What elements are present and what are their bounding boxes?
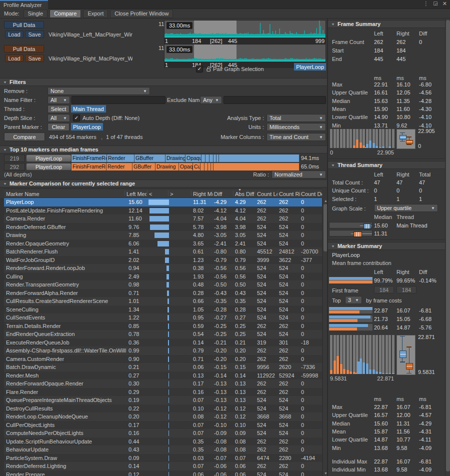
marker-segment[interactable]: Culling (193, 163, 200, 170)
column-header-abs-diff[interactable]: Abs Diff (235, 191, 255, 197)
marker-segment[interactable] (206, 154, 210, 162)
mode-button-single[interactable]: Single (24, 10, 48, 18)
column-header-right-median[interactable]: Right Median (193, 191, 213, 197)
marker-segment[interactable]: FinishFrameRendering (72, 154, 107, 162)
top10-header[interactable]: ▼ Top 10 markers on median frames (0, 146, 327, 154)
analysis-type-dropdown[interactable]: Total▼ (266, 114, 326, 122)
mode-button-compare[interactable]: Compare (50, 10, 81, 18)
load-button-right[interactable]: Load (5, 54, 24, 62)
table-row[interactable]: CullPerObjectLights0.170.07-0.100.105245… (4, 421, 322, 430)
mode-button-close-profiler-window[interactable]: Close Profiler Window (110, 10, 173, 18)
table-row[interactable]: Culling2.491.93-0.560.565245240 (4, 272, 322, 281)
column-separator[interactable] (124, 190, 125, 196)
ratio-dropdown[interactable]: Normalized▼ (272, 170, 326, 178)
marker-segment[interactable]: Render (107, 154, 134, 162)
marker-summary-histogram[interactable] (330, 335, 395, 374)
units-dropdown[interactable]: Milliseconds▼ (266, 123, 326, 131)
thread-range-slider[interactable] (329, 222, 372, 228)
frame-time-graph-left[interactable]: 33.00ms (164, 20, 326, 38)
marker-segment[interactable]: Drawing (166, 154, 186, 162)
column-separator[interactable] (255, 190, 256, 196)
column-header-left-median[interactable]: Left Median (126, 191, 146, 197)
marker-segment[interactable] (219, 154, 300, 162)
name-filter-input[interactable] (72, 96, 166, 104)
marker-segment[interactable] (204, 163, 208, 170)
column-header-count-delta[interactable]: Count Delta (301, 191, 322, 197)
table-row[interactable]: Batch.DrawDynamic0.210.06-0.150.15995626… (4, 363, 322, 372)
exclude-names-input[interactable] (224, 96, 326, 104)
marker-segment[interactable]: Render (106, 163, 132, 170)
table-row[interactable]: RenderDeferred.GBuffer9.765.78-3.983.985… (4, 223, 322, 232)
column-header-marker-name[interactable]: Marker Name (6, 191, 125, 197)
marker-segment[interactable]: OpaqueGeometry (179, 163, 193, 170)
playerloop-segment-button[interactable]: PlayerLoop (26, 154, 72, 162)
marker-segment[interactable]: OpaqueGeometry (186, 154, 202, 162)
table-row[interactable]: RenderDeferred.Lighting0.140.07-0.060.06… (4, 462, 322, 470)
marker-segment[interactable]: GBuffer (132, 163, 156, 170)
graph-marker-chip[interactable]: PlayerLoop (294, 63, 326, 70)
marker-segment[interactable]: Drawing (156, 163, 179, 170)
marker-segment[interactable] (210, 154, 214, 162)
column-separator[interactable] (277, 190, 278, 196)
marker-comparison-header[interactable]: ▼ Marker Comparison for currently select… (0, 180, 327, 188)
table-row[interactable]: Camera.CustomRender0.900.71-0.200.202622… (4, 355, 322, 364)
first-frame-left-button[interactable]: 184 (374, 286, 394, 294)
pull-data-button-left[interactable]: Pull Data (4, 21, 44, 28)
comparison-table-header[interactable]: Marker NameLeft Median<>Right MedianDiff… (4, 188, 322, 198)
table-row[interactable]: PostLateUpdate.FinishFrameRendering12.14… (4, 206, 322, 215)
save-button-left[interactable]: Save (25, 30, 44, 38)
table-row[interactable]: WaitForJobGroupID2.021.23-0.790.79399936… (4, 256, 322, 264)
frame-summary-header[interactable]: ▼Frame Summary (328, 20, 445, 28)
column-separator[interactable] (233, 190, 234, 196)
thread-select-button[interactable]: Select (48, 105, 70, 113)
maximize-icon[interactable]: ◲ (433, 0, 438, 7)
table-row[interactable]: RenderForwardOpaque.Render0.300.17-0.130… (4, 380, 322, 388)
table-row[interactable]: RenderForward.RenderLoopJob0.940.38-0.56… (4, 264, 322, 272)
frame-summary-histogram[interactable] (330, 129, 395, 148)
column-header-<[interactable]: < (149, 191, 169, 197)
marker-summary-header[interactable]: ▼Marker Summary (328, 242, 445, 250)
median-frame-index[interactable]: 292 (4, 163, 25, 170)
filters-header[interactable]: ▼ Filters (0, 78, 327, 86)
close-icon[interactable]: ✕ (442, 0, 447, 7)
marker-segment[interactable]: GBuffer (134, 154, 166, 162)
marker-columns-dropdown[interactable]: Time and Count▼ (266, 133, 326, 141)
column-separator[interactable] (212, 190, 212, 196)
table-row[interactable]: QueuePrepareIntegrateMainThreadObjects0.… (4, 396, 322, 404)
frame-time-graph-right[interactable]: 33.00ms (164, 44, 326, 62)
column-separator[interactable] (147, 190, 148, 196)
table-row[interactable]: Render.TransparentGeometry0.980.48-0.500… (4, 280, 322, 289)
marker-segment[interactable]: FinishFrameRendering (72, 163, 106, 170)
table-row[interactable]: CullSendEvents1.220.95-0.270.275245240 (4, 314, 322, 322)
load-button-left[interactable]: Load (5, 30, 24, 38)
table-row[interactable]: Flare.Render0.290.16-0.130.132622620 (4, 388, 322, 396)
table-row[interactable]: DestroyCullResults0.220.10-0.120.1252452… (4, 404, 322, 413)
column-header->[interactable]: > (170, 191, 192, 197)
table-row[interactable]: RenderLoop.CleanupNodeQueue0.200.08-0.12… (4, 412, 322, 421)
marker-segment[interactable] (200, 163, 204, 170)
name-filter-mode-dropdown[interactable]: All▼ (48, 96, 70, 104)
table-row[interactable]: Render.OpaqueGeometry6.063.65-2.412.4152… (4, 240, 322, 248)
pair-graph-checkbox[interactable]: ✓ (196, 66, 203, 72)
table-row[interactable]: BatchRenderer.Flush1.410.61-0.800.804551… (4, 248, 322, 256)
table-row[interactable]: ExecuteRenderQueueJob0.360.14-0.210.2131… (4, 338, 322, 347)
table-row[interactable]: PlayerLoop15.6011.31-4.294.292622620 (4, 198, 322, 206)
column-separator[interactable] (299, 190, 300, 196)
playerloop-segment-button[interactable]: PlayerLoop (26, 163, 72, 170)
menu-icon[interactable]: ⋮ (423, 0, 428, 7)
column-header-count-left[interactable]: Count Left (257, 191, 278, 197)
column-separator[interactable] (191, 190, 192, 196)
median-frame-index[interactable]: 219 (4, 154, 25, 162)
first-frame-right-button[interactable]: 184 (396, 286, 416, 294)
table-row[interactable]: RenderForwardAlpha.Render0.710.28-0.430.… (4, 289, 322, 298)
table-row[interactable]: CullResults.CreateSharedRendererScene1.0… (4, 297, 322, 306)
table-row[interactable]: Terrain.Details.Render0.850.59-0.250.252… (4, 322, 322, 330)
thread-summary-header[interactable]: ▼Thread Summary (328, 161, 445, 169)
table-row[interactable]: ParticleSystem.Draw0.090.03-0.070.076474… (4, 454, 322, 462)
marker-segment[interactable] (214, 163, 300, 170)
tab-profile-analyzer[interactable]: Profile Analyzer (0, 0, 48, 9)
pull-data-button-right[interactable]: Pull Data (4, 45, 44, 52)
save-button-right[interactable]: Save (25, 54, 44, 62)
lock-icon[interactable] (206, 66, 212, 72)
thread-value-chip[interactable]: Main Thread (71, 105, 106, 112)
